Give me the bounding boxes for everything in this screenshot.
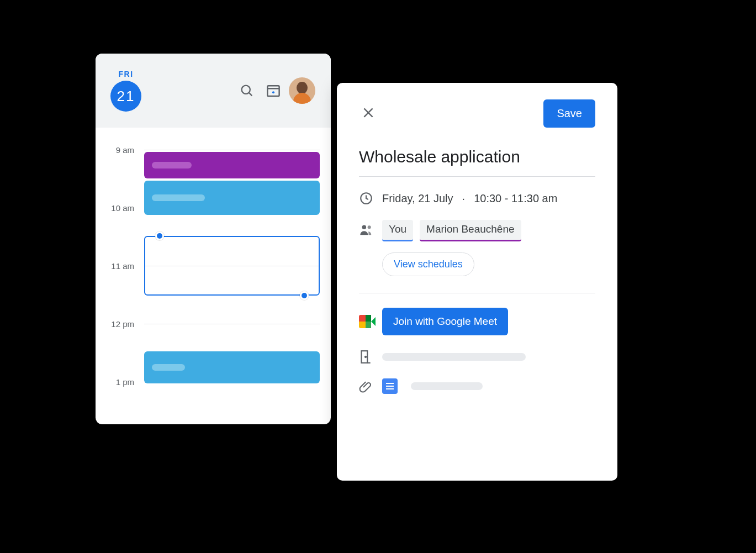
calendar-card: FRI 21 9 am 10 am 11 am — [96, 54, 331, 424]
svg-point-12 — [365, 356, 366, 357]
room-field[interactable] — [382, 353, 595, 361]
close-button[interactable] — [359, 103, 378, 124]
event-datetime[interactable]: Friday, 21 July · 10:30 - 11:30 am — [382, 192, 595, 205]
day-number: 21 — [110, 81, 141, 112]
calendar-event[interactable] — [144, 351, 320, 383]
docs-icon — [382, 378, 398, 394]
event-detail-card: Save Wholesale application Friday, 21 Ju… — [337, 83, 617, 481]
view-schedules-button[interactable]: View schedules — [382, 252, 474, 276]
people-icon — [359, 220, 382, 236]
room-icon — [359, 350, 382, 364]
hour-label: 12 pm — [96, 319, 134, 329]
selection-start-handle[interactable] — [155, 231, 164, 240]
hour-label: 11 am — [96, 261, 134, 271]
event-time: 10:30 - 11:30 am — [474, 192, 557, 205]
hour-label: 9 am — [96, 145, 134, 155]
google-meet-icon — [359, 315, 382, 328]
svg-point-0 — [242, 86, 250, 94]
attachment-field[interactable] — [382, 378, 595, 394]
hour-label: 10 am — [96, 203, 134, 213]
event-title[interactable]: Wholesale application — [359, 148, 595, 177]
calendar-header: FRI 21 — [96, 54, 331, 128]
save-button[interactable]: Save — [543, 99, 595, 128]
calendar-event[interactable] — [144, 152, 320, 178]
time-grid[interactable]: 9 am 10 am 11 am 12 pm 1 pm — [96, 128, 331, 424]
attendee-chip-self[interactable]: You — [382, 220, 413, 241]
svg-line-1 — [249, 93, 252, 96]
svg-point-4 — [272, 91, 274, 93]
today-icon[interactable] — [262, 80, 284, 102]
attachment-icon — [359, 379, 382, 393]
join-meet-button[interactable]: Join with Google Meet — [382, 308, 508, 335]
calendar-event[interactable] — [144, 181, 320, 215]
avatar[interactable] — [289, 77, 315, 104]
search-icon[interactable] — [236, 80, 258, 102]
clock-icon — [359, 191, 382, 206]
svg-point-9 — [368, 225, 371, 229]
svg-rect-2 — [267, 86, 279, 96]
selection-end-handle[interactable] — [300, 291, 309, 300]
day-abbr: FRI — [118, 70, 133, 78]
hour-label: 1 pm — [96, 377, 134, 387]
time-selection[interactable] — [144, 236, 320, 296]
day-badge[interactable]: FRI 21 — [109, 70, 143, 112]
svg-point-8 — [362, 225, 366, 229]
attendee-chip-guest[interactable]: Marion Beauchêne — [420, 220, 521, 241]
event-date: Friday, 21 July — [382, 192, 453, 205]
